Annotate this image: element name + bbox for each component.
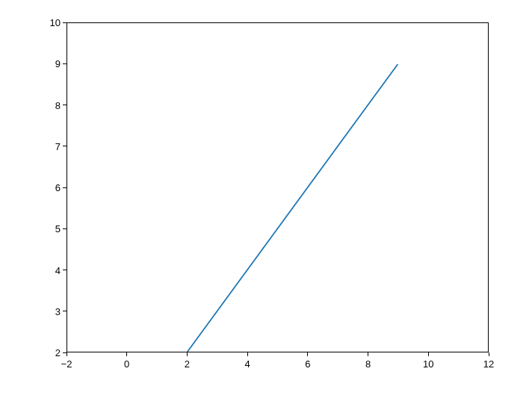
y-tick <box>63 311 66 311</box>
y-tick-label: 10 <box>50 17 61 28</box>
x-tick <box>307 352 308 356</box>
y-tick <box>63 228 66 229</box>
x-tick-label: −2 <box>61 358 72 370</box>
x-tick-label: 4 <box>245 358 250 370</box>
y-tick-label: 6 <box>55 182 61 193</box>
y-tick <box>63 270 66 270</box>
x-tick-label: 0 <box>124 358 129 370</box>
x-tick <box>428 352 429 356</box>
y-tick <box>63 352 66 353</box>
x-tick <box>489 352 489 356</box>
y-tick-label: 9 <box>55 58 61 69</box>
y-tick-label: 2 <box>55 347 61 358</box>
x-tick-label: 2 <box>185 358 190 370</box>
y-tick-label: 3 <box>55 305 61 317</box>
y-tick-label: 7 <box>55 140 61 152</box>
x-tick <box>368 352 368 356</box>
y-tick <box>63 187 66 188</box>
data-line <box>188 64 398 352</box>
x-tick <box>126 352 127 356</box>
x-tick <box>187 352 188 356</box>
y-tick-label: 5 <box>55 223 61 234</box>
plot-area <box>66 22 489 352</box>
y-tick-label: 8 <box>55 99 61 111</box>
y-tick <box>63 105 66 105</box>
x-tick-label: 12 <box>483 358 494 370</box>
x-tick-label: 10 <box>423 358 433 370</box>
y-tick <box>63 22 66 23</box>
x-tick <box>66 352 67 356</box>
x-tick <box>247 352 248 356</box>
y-tick <box>63 63 66 64</box>
line-svg <box>67 23 488 352</box>
x-tick-label: 6 <box>305 358 310 370</box>
x-tick-label: 8 <box>365 358 371 370</box>
chart-container: −20246810122345678910 <box>0 0 532 398</box>
y-tick <box>63 146 66 146</box>
y-tick-label: 4 <box>55 264 61 276</box>
